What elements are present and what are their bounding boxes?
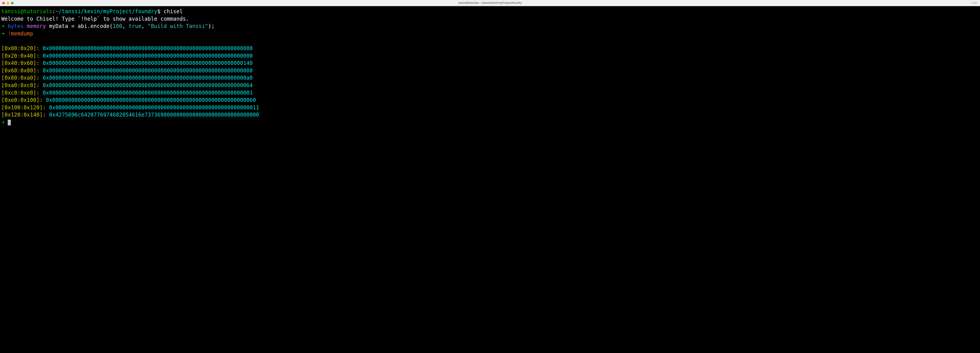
memdump-hex: 0x00000000000000000000000000000000000000… (40, 82, 253, 89)
command-text: chisel (164, 8, 183, 14)
memdump-hex: 0x00000000000000000000000000000000000000… (40, 60, 253, 66)
prompt-path: ~/tanssi/kevin/myProject/foundry (56, 8, 157, 14)
memdump-range: [0x120:0x140]: (1, 112, 46, 118)
prompt-colon: : (52, 8, 55, 14)
memdump-hex: 0x00000000000000000000000000000000000000… (46, 104, 259, 111)
fn-call: abi.encode( (78, 23, 113, 29)
memdump-hex: 0x00000000000000000000000000000000000000… (40, 75, 253, 81)
keyword-memory: memory (27, 23, 46, 29)
memdump-hex: 0x00000000000000000000000000000000000000… (40, 53, 253, 59)
close-button[interactable] (2, 2, 5, 5)
memdump-range: [0x100:0x120]: (1, 104, 46, 111)
memdump-cmd: memdump (11, 30, 33, 37)
memdump-row: [0xc0:0xe0]: 0x0000000000000000000000000… (1, 89, 979, 97)
memdump-hex: 0x00000000000000000000000000000000000000… (43, 97, 256, 103)
memdump-range: [0x20:0x40]: (1, 53, 40, 59)
terminal-content[interactable]: tanssi@tutorials:~/tanssi/kevin/myProjec… (0, 6, 980, 128)
close-paren: ); (208, 23, 215, 29)
memdump-row: [0x120:0x140]: 0x4275696c642077697468205… (1, 111, 979, 119)
memdump-row: [0x20:0x40]: 0x0000000000000000000000000… (1, 52, 979, 60)
maximize-button[interactable] (11, 2, 14, 5)
memdump-row: [0x80:0xa0]: 0x0000000000000000000000000… (1, 74, 979, 82)
minimize-button[interactable] (6, 2, 9, 5)
input-line-2: ➜ !memdump (1, 30, 979, 38)
memdump-range: [0xc0:0xe0]: (1, 90, 40, 96)
var-name: myData (49, 23, 68, 29)
string-literal: "Build with Tanssi" (148, 23, 208, 29)
memdump-row: [0x100:0x120]: 0x00000000000000000000000… (1, 104, 979, 111)
traffic-lights (2, 2, 14, 5)
comma: , (122, 23, 125, 29)
bool-literal: true (129, 23, 142, 29)
welcome-line: Welcome to Chisel! Type `!help` to show … (1, 16, 979, 23)
prompt-line: tanssi@tutorials:~/tanssi/kevin/myProjec… (1, 8, 979, 16)
memdump-range: [0x80:0xa0]: (1, 75, 40, 81)
memdump-range: [0x60:0x80]: (1, 68, 40, 74)
window-titlebar: tanssi@tutorials: ~/tanssi/kevin/myProje… (0, 0, 980, 6)
memdump-hex: 0x00000000000000000000000000000000000000… (40, 68, 253, 74)
final-prompt: ➜ (1, 119, 979, 126)
window-shortcut: ⌥⌘1 (970, 1, 977, 5)
memdump-range: [0x00:0x20]: (1, 45, 40, 51)
window-title: tanssi@tutorials: ~/tanssi/kevin/myProje… (458, 1, 522, 5)
memdump-range: [0xe0:0x100]: (1, 97, 43, 103)
keyword-bytes: bytes (8, 23, 24, 29)
prompt-user: tanssi@tutorials (1, 8, 52, 14)
arrow-icon: ➜ (1, 23, 5, 29)
memdump-row: [0x40:0x60]: 0x0000000000000000000000000… (1, 60, 979, 67)
blank-line (1, 37, 979, 45)
memdump-hex: 0x00000000000000000000000000000000000000… (40, 45, 253, 51)
memdump-row: [0xa0:0xc0]: 0x0000000000000000000000000… (1, 82, 979, 89)
memdump-row: [0xe0:0x100]: 0x000000000000000000000000… (1, 97, 979, 104)
arrow-icon: ➜ (1, 30, 5, 37)
memdump-hex: 0x00000000000000000000000000000000000000… (40, 90, 253, 96)
equals: = (72, 23, 75, 29)
cursor (8, 120, 11, 125)
number-literal: 100 (113, 23, 122, 29)
memdump-row: [0x60:0x80]: 0x0000000000000000000000000… (1, 67, 979, 74)
memdump-row: [0x00:0x20]: 0x0000000000000000000000000… (1, 45, 979, 52)
input-line-1: ➜ bytes memory myData = abi.encode(100, … (1, 23, 979, 30)
memdump-range: [0xa0:0xc0]: (1, 82, 40, 89)
memdump-range: [0x40:0x60]: (1, 60, 40, 66)
bang-icon: ! (8, 30, 11, 37)
memdump-hex: 0x4275696c6420776974682054616e7373690000… (46, 112, 259, 118)
prompt-dollar: $ (157, 8, 160, 14)
comma: , (142, 23, 145, 29)
arrow-icon: ➜ (1, 119, 5, 125)
